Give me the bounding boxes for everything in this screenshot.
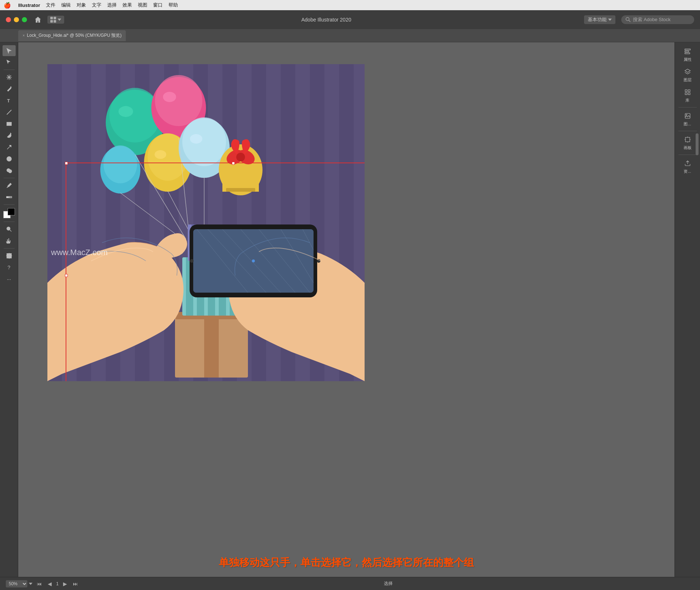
svg-point-74 — [236, 153, 245, 161]
warp-tool[interactable] — [3, 153, 16, 164]
svg-rect-77 — [204, 312, 219, 378]
svg-point-31 — [686, 114, 687, 115]
artboard-tool[interactable] — [3, 250, 16, 261]
menu-view[interactable]: 视图 — [138, 2, 147, 8]
svg-rect-29 — [688, 93, 690, 94]
svg-line-14 — [9, 230, 11, 232]
svg-point-58 — [155, 150, 166, 159]
properties-icon — [682, 47, 693, 55]
image-label: 图... — [684, 121, 691, 127]
color-swatches[interactable] — [3, 208, 15, 218]
home-button[interactable] — [33, 15, 43, 25]
menu-edit[interactable]: 编辑 — [61, 2, 71, 8]
svg-rect-71 — [226, 188, 255, 192]
artboard-panel-label: 画板 — [684, 145, 692, 151]
status-bar: 50% 100% 200% ⏮ ◀ 1 ▶ ⏭ 选择 — [0, 577, 700, 590]
hand-tool[interactable] — [3, 235, 16, 246]
minimize-button[interactable] — [14, 17, 19, 22]
title-bar: Adobe Illustrator 2020 基本功能 搜索 Adobe Sto… — [0, 10, 700, 29]
library-label: 库 — [685, 98, 689, 103]
assets-label: 资... — [684, 169, 691, 174]
zoom-tool[interactable] — [3, 224, 16, 235]
nav-first[interactable]: ⏮ — [35, 580, 43, 587]
svg-point-54 — [155, 75, 202, 126]
workspace-selector[interactable]: 基本功能 — [584, 15, 615, 24]
menu-text[interactable]: 文字 — [92, 2, 101, 8]
properties-label: 属性 — [684, 57, 692, 62]
assets-panel-btn[interactable]: 资... — [677, 157, 699, 176]
app-title: Adobe Illustrator 2020 — [69, 17, 584, 23]
layers-panel-btn[interactable]: 图层 — [677, 66, 699, 85]
nav-last[interactable]: ⏭ — [71, 580, 79, 587]
zoom-select[interactable]: 50% 100% 200% — [6, 580, 27, 587]
image-icon — [682, 112, 693, 120]
svg-rect-32 — [685, 137, 690, 142]
right-panel: 属性 图层 库 图... 画板 — [674, 42, 700, 577]
apple-menu[interactable]: 🍎 — [4, 2, 11, 9]
artboard-panel-btn[interactable]: 画板 — [677, 133, 699, 152]
stock-search[interactable]: 搜索 Adobe Stock — [621, 15, 694, 24]
close-button[interactable] — [6, 17, 11, 22]
svg-marker-25 — [685, 69, 690, 72]
tab-close-button[interactable]: × — [23, 34, 25, 38]
svg-point-52 — [118, 106, 133, 117]
svg-point-102 — [252, 259, 255, 262]
svg-point-63 — [104, 145, 137, 183]
menu-illustrator[interactable]: Illustrator — [18, 3, 40, 8]
nav-next[interactable]: ▶ — [62, 580, 69, 587]
workspace-label: 基本功能 — [588, 16, 607, 23]
menu-file[interactable]: 文件 — [46, 2, 55, 8]
menu-effect[interactable]: 效果 — [122, 2, 132, 8]
rotate-tool[interactable] — [3, 130, 16, 141]
traffic-lights — [6, 17, 27, 22]
layers-icon — [682, 68, 693, 76]
svg-rect-26 — [685, 90, 687, 91]
eyedropper-tool[interactable] — [3, 180, 16, 191]
svg-rect-22 — [685, 49, 690, 50]
more-tools[interactable]: ··· — [3, 274, 16, 285]
page-number: 1 — [56, 581, 59, 586]
type-tool[interactable]: T — [3, 95, 16, 106]
workspace-icon — [50, 17, 56, 23]
tab-filename: Lock_Group_Hide.ai* @ 50% (CMYK/GPU 预览) — [27, 32, 122, 39]
canvas-area[interactable]: www.MacZ.com 单独移动这只手，单击选择它，然后选择它所在的整个组 — [18, 42, 674, 577]
image-panel-btn[interactable]: 图... — [677, 110, 699, 129]
foreground-color-swatch[interactable] — [8, 208, 15, 215]
menu-window[interactable]: 窗口 — [153, 2, 163, 8]
menu-help[interactable]: 帮助 — [168, 2, 178, 8]
svg-point-0 — [626, 17, 629, 21]
document-tab[interactable]: × Lock_Group_Hide.ai* @ 50% (CMYK/GPU 预览… — [18, 30, 126, 41]
svg-rect-24 — [685, 52, 690, 54]
left-toolbar: T ? ··· — [0, 42, 18, 577]
assets-icon — [682, 159, 693, 167]
zoom-control[interactable]: 50% 100% 200% — [6, 580, 32, 587]
shape-builder-tool[interactable] — [3, 165, 16, 176]
maximize-button[interactable] — [22, 17, 27, 22]
svg-rect-12 — [6, 196, 11, 198]
workspace-button[interactable] — [47, 16, 64, 24]
selection-tool[interactable] — [3, 45, 16, 56]
menu-select[interactable]: 选择 — [107, 2, 117, 8]
svg-rect-17 — [7, 254, 11, 258]
direct-selection-tool[interactable] — [3, 57, 16, 68]
magic-wand-tool[interactable] — [3, 72, 16, 83]
svg-point-11 — [8, 169, 12, 173]
watermark: www.MacZ.com — [51, 248, 108, 257]
nav-prev[interactable]: ◀ — [46, 580, 53, 587]
properties-panel-btn[interactable]: 属性 — [677, 45, 699, 64]
library-icon — [682, 88, 693, 96]
svg-rect-23 — [685, 51, 689, 52]
line-tool[interactable] — [3, 107, 16, 118]
pen-tool[interactable] — [3, 83, 16, 94]
tab-bar: × Lock_Group_Hide.ai* @ 50% (CMYK/GPU 预览… — [0, 29, 700, 42]
scale-tool[interactable] — [3, 142, 16, 153]
question-tool[interactable]: ? — [3, 262, 16, 273]
artboard-panel-icon — [682, 136, 693, 144]
scroll-thumb[interactable] — [696, 133, 699, 155]
library-panel-btn[interactable]: 库 — [677, 86, 699, 105]
svg-rect-30 — [685, 113, 690, 118]
rectangle-tool[interactable] — [3, 118, 16, 129]
gradient-tool[interactable] — [3, 192, 16, 203]
menu-object[interactable]: 对象 — [77, 2, 86, 8]
svg-line-7 — [7, 110, 11, 115]
